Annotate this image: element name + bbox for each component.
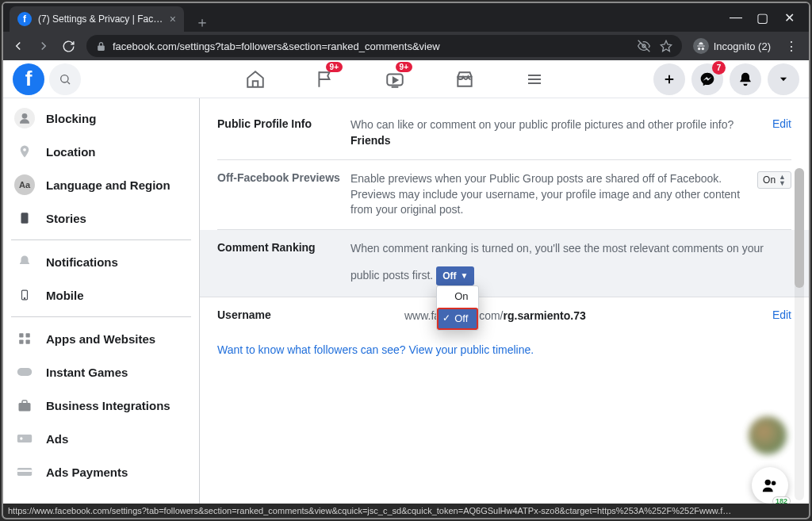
close-tab-button[interactable]: ×	[170, 13, 176, 25]
account-button[interactable]	[768, 63, 799, 95]
fb-search-button[interactable]	[49, 63, 81, 95]
svg-rect-17	[17, 470, 32, 473]
apps-icon	[14, 328, 35, 349]
sidebar-item-business[interactable]: Business Integrations	[3, 389, 199, 422]
row-desc: www.facebook.com/rg.sarmiento.73	[350, 308, 772, 324]
row-desc: Who can like or comment on your public p…	[350, 117, 772, 148]
messenger-badge: 7	[712, 61, 726, 75]
blocking-icon	[14, 108, 35, 128]
sidebar-item-mobile[interactable]: Mobile	[3, 278, 199, 312]
create-button[interactable]	[653, 63, 685, 95]
bell-icon	[737, 71, 753, 87]
sidebar-item-location[interactable]: Location	[3, 135, 199, 168]
url-text: facebook.com/settings?tab=followers&sect…	[113, 40, 440, 52]
sidebar-item-language[interactable]: Aa Language and Region	[3, 168, 199, 201]
ranking-option-on[interactable]: On	[437, 286, 478, 307]
bell-sidebar-icon	[14, 251, 35, 272]
facebook-logo[interactable]: f	[13, 63, 44, 95]
nav-menu[interactable]	[503, 60, 566, 98]
sidebar-item-ads-payments[interactable]: Ads Payments	[3, 455, 199, 488]
games-icon	[14, 362, 35, 382]
new-tab-button[interactable]: ＋	[195, 13, 209, 32]
row-desc: Enable previews when your Public Group p…	[350, 171, 757, 218]
messenger-icon	[699, 71, 715, 87]
facebook-favicon-icon: f	[17, 12, 32, 26]
search-icon	[59, 73, 71, 86]
incognito-label: Incognito (2)	[714, 40, 771, 52]
svg-rect-10	[19, 340, 23, 344]
row-label: Comment Ranking	[217, 241, 350, 285]
shop-icon	[454, 69, 475, 90]
row-username: Username www.facebook.com/rg.sarmiento.7…	[217, 297, 791, 335]
svg-rect-12	[17, 368, 32, 376]
mobile-icon	[14, 285, 35, 305]
settings-content: Public Profile Info Who can like or comm…	[200, 98, 809, 518]
window-maximize-button[interactable]: ▢	[756, 10, 768, 25]
nav-watch[interactable]: 9+	[363, 60, 427, 98]
browser-tab[interactable]: f (7) Settings & Privacy | Facebook ×	[10, 6, 184, 32]
lock-icon	[96, 41, 106, 52]
browser-menu-button[interactable]: ⋮	[782, 39, 801, 54]
row-label: Public Profile Info	[217, 117, 350, 148]
settings-sidebar: Blocking Location Aa Language and Region…	[3, 98, 200, 518]
window-close-button[interactable]: ✕	[783, 10, 795, 25]
sidebar-item-ads[interactable]: Ads	[3, 422, 199, 455]
edit-username-link[interactable]: Edit	[772, 308, 791, 321]
svg-point-1	[61, 75, 68, 82]
off-fb-toggle[interactable]: On▲▼	[757, 171, 791, 189]
fb-header: f 9+ 9+	[3, 60, 809, 98]
messenger-button[interactable]: 7	[691, 63, 723, 95]
floating-notification[interactable]	[749, 416, 787, 454]
svg-point-3	[22, 113, 28, 119]
nav-home[interactable]	[224, 60, 287, 98]
location-icon	[14, 141, 35, 162]
notifications-button[interactable]	[730, 63, 761, 95]
svg-point-15	[20, 437, 22, 439]
sidebar-item-apps[interactable]: Apps and Websites	[3, 322, 199, 355]
window-minimize-button[interactable]: —	[730, 10, 741, 25]
eye-off-icon[interactable]	[638, 40, 650, 52]
svg-point-4	[23, 148, 26, 151]
nav-pages-badge: 9+	[326, 62, 343, 72]
row-label: Off-Facebook Previews	[217, 171, 350, 218]
home-icon	[245, 69, 266, 90]
incognito-icon	[693, 38, 709, 54]
comment-ranking-menu: On Off	[436, 285, 479, 330]
svg-rect-11	[26, 340, 30, 344]
view-public-timeline-link[interactable]: Want to know what followers can see? Vie…	[217, 335, 791, 356]
browser-status-bar: https://www.facebook.com/settings?tab=fo…	[3, 504, 809, 518]
row-public-profile-info: Public Profile Info Who can like or comm…	[217, 106, 791, 160]
tab-title: (7) Settings & Privacy | Facebook	[38, 13, 163, 25]
sidebar-item-notifications[interactable]: Notifications	[3, 245, 199, 278]
comment-ranking-dropdown[interactable]: Off▼	[436, 266, 474, 286]
stories-icon	[14, 208, 35, 228]
nav-marketplace[interactable]	[433, 60, 496, 98]
new-message-button[interactable]: 182	[752, 467, 788, 504]
caret-down-icon	[778, 74, 789, 85]
svg-rect-14	[17, 435, 32, 442]
nav-watch-badge: 9+	[396, 62, 412, 72]
ads-icon	[14, 428, 35, 449]
ads-payments-icon	[14, 462, 35, 482]
business-icon	[14, 395, 35, 416]
plus-icon	[662, 72, 676, 86]
svg-rect-13	[19, 403, 31, 412]
sidebar-item-blocking[interactable]: Blocking	[3, 102, 199, 135]
forward-button[interactable]	[36, 39, 51, 53]
page-scrollbar[interactable]	[795, 168, 804, 500]
sidebar-item-instant-games[interactable]: Instant Games	[3, 355, 199, 389]
sidebar-item-stories[interactable]: Stories	[3, 201, 199, 235]
ranking-option-off[interactable]: Off	[438, 308, 477, 329]
incognito-indicator[interactable]: Incognito (2)	[693, 38, 771, 54]
star-icon[interactable]	[660, 40, 672, 52]
row-label: Username	[217, 308, 350, 324]
back-button[interactable]	[11, 39, 25, 53]
nav-pages[interactable]: 9+	[293, 60, 357, 98]
row-off-facebook-previews: Off-Facebook Previews Enable previews wh…	[217, 160, 791, 230]
svg-rect-8	[19, 333, 23, 337]
row-desc: When comment ranking is turned on, you'l…	[350, 241, 791, 285]
address-bar[interactable]: facebook.com/settings?tab=followers&sect…	[86, 35, 682, 57]
edit-profile-info-link[interactable]: Edit	[772, 117, 791, 130]
svg-rect-5	[21, 213, 29, 224]
reload-button[interactable]	[62, 40, 75, 53]
